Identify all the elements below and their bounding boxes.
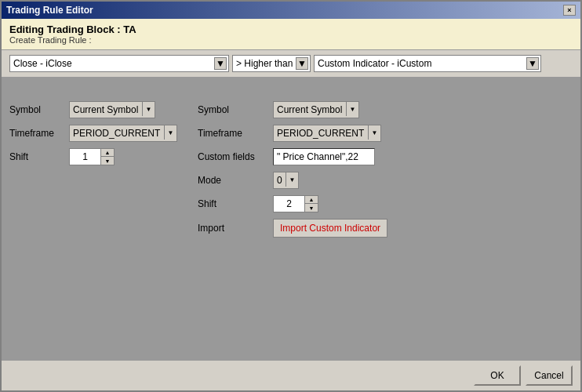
left-symbol-select[interactable]: Current Symbol xyxy=(69,101,155,118)
right-shift-label: Shift xyxy=(198,198,268,209)
left-timeframe-select[interactable]: PERIOD_CURRENT xyxy=(69,125,177,142)
right-mode-label: Mode xyxy=(198,175,268,186)
right-mode-select[interactable]: 0 xyxy=(273,172,299,189)
left-shift-down-button[interactable]: ▼ xyxy=(101,157,114,165)
footer: OK Cancel xyxy=(2,360,580,390)
left-symbol-row: Symbol Current Symbol ▼ xyxy=(9,101,182,118)
import-custom-indicator-button[interactable]: Import Custom Indicator xyxy=(273,219,387,238)
right-shift-spinner-buttons: ▲ ▼ xyxy=(304,195,318,212)
right-shift-row: Shift ▲ ▼ xyxy=(198,195,573,212)
right-symbol-label: Symbol xyxy=(198,104,268,115)
right-shift-down-button[interactable]: ▼ xyxy=(305,204,318,212)
left-panel: Symbol Current Symbol ▼ Timeframe PERIOD… xyxy=(9,85,182,352)
trading-rule-editor-window: Trading Rule Editor × Editing Trading Bl… xyxy=(0,0,582,392)
right-mode-row: Mode 0 ▼ xyxy=(198,172,573,189)
left-symbol-label: Symbol xyxy=(9,104,64,115)
right-panel: Symbol Current Symbol ▼ Timeframe PERIOD… xyxy=(198,85,573,352)
close-select[interactable]: Close - iClose xyxy=(10,56,228,71)
left-symbol-field[interactable]: Current Symbol ▼ xyxy=(69,101,155,118)
right-custom-fields-row: Custom fields xyxy=(198,148,573,165)
title-bar-buttons: × xyxy=(563,5,576,16)
left-shift-label: Shift xyxy=(9,151,64,162)
left-shift-input[interactable] xyxy=(69,148,100,165)
window-title: Trading Rule Editor xyxy=(6,5,93,16)
content-area: Symbol Current Symbol ▼ Timeframe PERIOD… xyxy=(2,78,580,360)
right-shift-up-button[interactable]: ▲ xyxy=(305,196,318,204)
create-rule-label: Create Trading Rule : xyxy=(9,35,573,45)
close-select-container[interactable]: Close - iClose ▼ xyxy=(9,55,229,72)
left-shift-spinner: ▲ ▼ xyxy=(69,148,115,165)
header-area: Editing Trading Block : TA Create Tradin… xyxy=(2,19,580,50)
right-import-row: Import Import Custom Indicator xyxy=(198,219,573,238)
title-bar: Trading Rule Editor × xyxy=(2,2,580,19)
right-custom-fields-input[interactable] xyxy=(273,148,375,165)
cancel-button[interactable]: Cancel xyxy=(526,365,573,386)
left-shift-spinner-buttons: ▲ ▼ xyxy=(100,148,115,165)
right-timeframe-label: Timeframe xyxy=(198,128,268,139)
operator-select[interactable]: > Higher than xyxy=(233,56,310,71)
right-symbol-row: Symbol Current Symbol ▼ xyxy=(198,101,573,118)
indicator-select-container[interactable]: Custom Indicator - iCustom ▼ xyxy=(314,55,541,72)
right-timeframe-select[interactable]: PERIOD_CURRENT xyxy=(273,125,381,142)
right-custom-fields-label: Custom fields xyxy=(198,151,268,162)
block-title: Editing Trading Block : TA xyxy=(9,24,573,35)
right-import-label: Import xyxy=(198,223,268,234)
right-shift-input[interactable] xyxy=(273,195,304,212)
indicator-select[interactable]: Custom Indicator - iCustom xyxy=(315,56,540,71)
ok-button[interactable]: OK xyxy=(474,365,521,386)
left-shift-up-button[interactable]: ▲ xyxy=(101,149,114,157)
right-shift-spinner: ▲ ▼ xyxy=(273,195,318,212)
right-timeframe-row: Timeframe PERIOD_CURRENT ▼ xyxy=(198,125,573,142)
right-symbol-select[interactable]: Current Symbol xyxy=(273,101,359,118)
right-symbol-field[interactable]: Current Symbol ▼ xyxy=(273,101,359,118)
operator-select-container[interactable]: > Higher than ▼ xyxy=(232,55,311,72)
right-mode-field[interactable]: 0 ▼ xyxy=(273,172,299,189)
close-window-button[interactable]: × xyxy=(563,5,576,16)
toolbar-row: Close - iClose ▼ > Higher than ▼ Custom … xyxy=(2,50,580,78)
left-timeframe-row: Timeframe PERIOD_CURRENT ▼ xyxy=(9,125,182,142)
left-timeframe-field[interactable]: PERIOD_CURRENT ▼ xyxy=(69,125,177,142)
right-timeframe-field[interactable]: PERIOD_CURRENT ▼ xyxy=(273,125,381,142)
left-shift-row: Shift ▲ ▼ xyxy=(9,148,182,165)
left-timeframe-label: Timeframe xyxy=(9,128,64,139)
